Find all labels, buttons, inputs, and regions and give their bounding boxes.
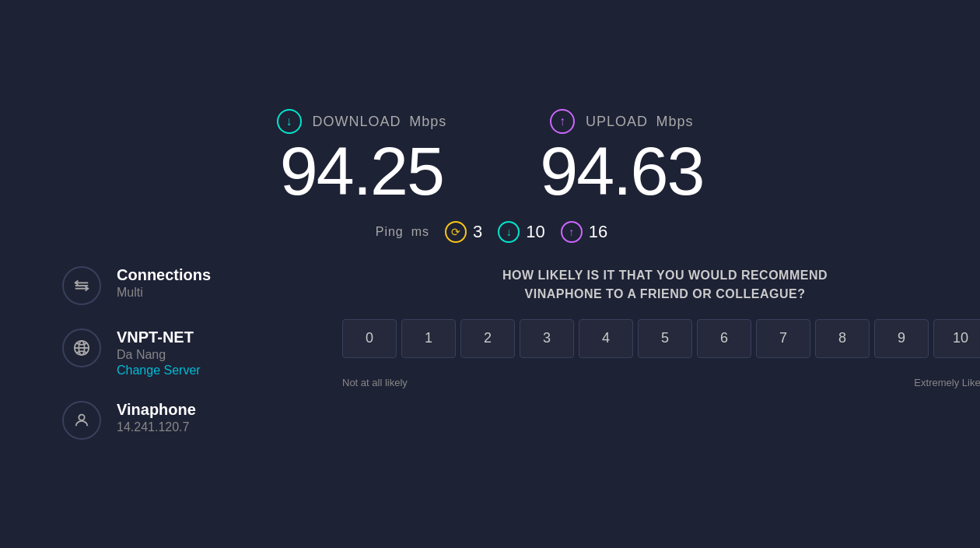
ping-upload-icon: ↑ (561, 221, 583, 243)
change-server-link[interactable]: Change Server (117, 364, 201, 378)
connections-value: Multi (117, 286, 211, 300)
svg-point-6 (79, 414, 84, 420)
ping-idle: ⟳ 3 (445, 221, 482, 243)
upload-value: 94.63 (540, 137, 703, 206)
nps-score-10[interactable]: 10 (933, 319, 980, 358)
user-icon (73, 412, 90, 429)
user-title: Vinaphone (117, 401, 196, 419)
upload-icon: ↑ (550, 109, 575, 134)
connections-title: Connections (117, 266, 211, 284)
speed-section: ↓ DOWNLOAD Mbps 94.25 ↑ UPLOAD Mbps 94.6… (62, 109, 918, 206)
ping-download-icon: ↓ (498, 221, 520, 243)
nps-score-7[interactable]: 7 (756, 319, 810, 358)
nps-question: HOW LIKELY IS IT THAT YOU WOULD RECOMMEN… (342, 266, 980, 304)
connections-text: Connections Multi (117, 266, 211, 300)
server-row: VNPT-NET Da Nang Change Server (62, 328, 280, 378)
user-icon-circle (62, 401, 101, 440)
server-title: VNPT-NET (117, 328, 201, 346)
nps-label-low: Not at all likely (342, 377, 408, 388)
nps-score-0[interactable]: 0 (342, 319, 397, 358)
nps-score-8[interactable]: 8 (815, 319, 870, 358)
upload-block: ↑ UPLOAD Mbps 94.63 (540, 109, 703, 206)
user-ip: 14.241.120.7 (117, 420, 196, 434)
ping-section: Ping ms ⟳ 3 ↓ 10 ↑ 16 (62, 221, 918, 243)
globe-icon (73, 339, 90, 357)
upload-label: UPLOAD Mbps (583, 112, 694, 130)
ping-upload: ↑ 16 (561, 221, 607, 243)
server-location: Da Nang (117, 348, 201, 362)
upload-label-row: ↑ UPLOAD Mbps (550, 109, 694, 134)
download-label: DOWNLOAD Mbps (310, 112, 447, 130)
user-row: Vinaphone 14.241.120.7 (62, 401, 280, 440)
connections-icon (73, 277, 90, 294)
info-panel: Connections Multi VNPT-NET (62, 266, 280, 440)
main-container: ↓ DOWNLOAD Mbps 94.25 ↑ UPLOAD Mbps 94.6… (62, 109, 918, 440)
download-value: 94.25 (280, 137, 443, 206)
connections-icon-circle (62, 266, 101, 305)
server-icon-circle (62, 328, 101, 367)
nps-label-high: Extremely Likely (914, 377, 980, 388)
nps-score-5[interactable]: 5 (638, 319, 692, 358)
ping-download: ↓ 10 (498, 221, 544, 243)
nps-panel: HOW LIKELY IS IT THAT YOU WOULD RECOMMEN… (342, 266, 980, 388)
nps-score-1[interactable]: 1 (401, 319, 456, 358)
nps-score-4[interactable]: 4 (579, 319, 633, 358)
nps-score-9[interactable]: 9 (874, 319, 929, 358)
nps-score-6[interactable]: 6 (697, 319, 751, 358)
nps-labels: Not at all likely Extremely Likely (342, 377, 980, 388)
nps-score-3[interactable]: 3 (520, 319, 574, 358)
ping-label: Ping ms (373, 223, 429, 240)
connections-row: Connections Multi (62, 266, 280, 305)
bottom-section: Connections Multi VNPT-NET (62, 266, 918, 440)
download-icon: ↓ (277, 109, 302, 134)
user-text: Vinaphone 14.241.120.7 (117, 401, 196, 434)
nps-score-2[interactable]: 2 (460, 319, 515, 358)
nps-scores: 012345678910 (342, 319, 980, 358)
server-text: VNPT-NET Da Nang Change Server (117, 328, 201, 378)
ping-idle-icon: ⟳ (445, 221, 467, 243)
download-label-row: ↓ DOWNLOAD Mbps (277, 109, 447, 134)
download-block: ↓ DOWNLOAD Mbps 94.25 (277, 109, 447, 206)
